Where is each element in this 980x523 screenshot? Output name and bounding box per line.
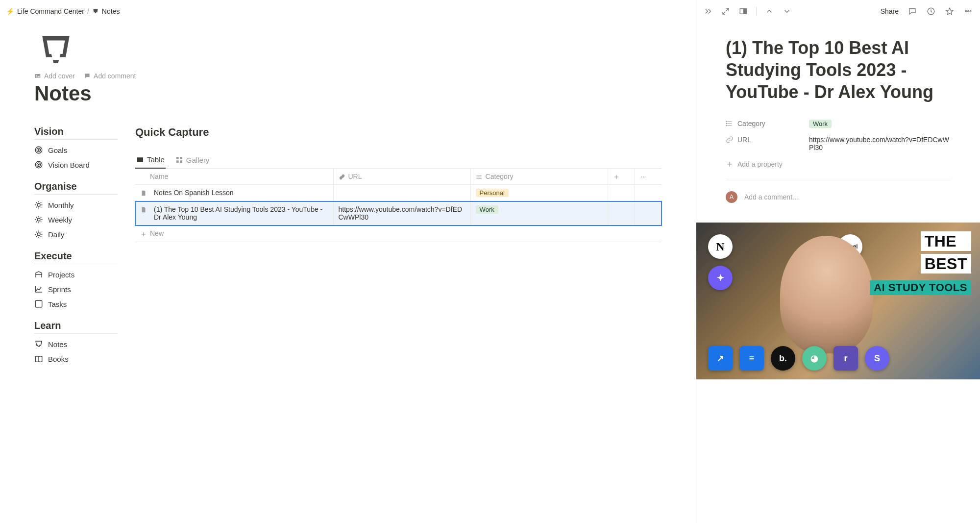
property-label: Category xyxy=(737,120,765,127)
add-cover-label: Add cover xyxy=(44,72,75,80)
new-row-button[interactable]: New xyxy=(135,225,662,242)
svg-point-19 xyxy=(641,176,642,177)
thumb-text-line1: THE xyxy=(921,231,971,251)
nav-section-vision: Vision xyxy=(34,126,118,140)
collapse-panel-icon[interactable] xyxy=(703,6,713,16)
more-icon[interactable] xyxy=(963,6,973,16)
nav-item-notes[interactable]: Notes xyxy=(34,337,118,351)
app-icon: ◕ xyxy=(802,346,827,371)
nav-label: Sprints xyxy=(48,285,71,294)
quick-capture-table: Name URL Category xyxy=(135,169,662,242)
nav-item-books[interactable]: Books xyxy=(34,351,118,366)
add-comment-label: Add comment xyxy=(94,72,136,80)
sun-icon xyxy=(34,215,43,224)
target-icon xyxy=(34,160,43,169)
target-icon xyxy=(34,146,43,154)
svg-point-8 xyxy=(37,203,40,206)
tab-label: Table xyxy=(147,155,165,164)
nav-item-weekly[interactable]: Weekly xyxy=(34,212,118,227)
notion-logo-icon: N xyxy=(708,234,733,259)
detail-title[interactable]: (1) The Top 10 Best AI Studying Tools 20… xyxy=(726,37,951,103)
inbox-icon xyxy=(34,340,43,349)
svg-rect-14 xyxy=(176,160,179,163)
svg-point-28 xyxy=(726,121,727,122)
chart-line-icon xyxy=(34,285,43,294)
table-row[interactable]: Notes On Spanish Lesson Personal xyxy=(135,185,662,201)
prev-record-icon[interactable] xyxy=(764,6,774,16)
svg-point-9 xyxy=(37,218,40,221)
section-title-quick-capture: Quick Capture xyxy=(135,126,662,139)
nav-label: Goals xyxy=(48,146,67,154)
breadcrumb-parent[interactable]: Life Command Center xyxy=(17,7,84,15)
property-value-category[interactable]: Work xyxy=(809,120,832,128)
expand-fullpage-icon[interactable] xyxy=(721,6,731,16)
add-cover-button[interactable]: Add cover xyxy=(34,72,75,80)
svg-rect-13 xyxy=(180,157,182,159)
column-header-category[interactable]: Category xyxy=(470,169,608,185)
page-title[interactable]: Notes xyxy=(34,82,662,105)
svg-rect-23 xyxy=(743,8,747,14)
svg-rect-12 xyxy=(176,157,179,159)
property-label: URL xyxy=(737,136,751,144)
app-icon: ✦ xyxy=(708,266,733,290)
comment-placeholder[interactable]: Add a comment... xyxy=(744,193,798,201)
add-property-button[interactable]: Add a property xyxy=(726,155,951,173)
nav-item-daily[interactable]: Daily xyxy=(34,227,118,242)
svg-point-21 xyxy=(645,176,646,177)
add-column-button[interactable] xyxy=(608,169,635,185)
nav-label: Notes xyxy=(48,340,67,349)
nav-item-goals[interactable]: Goals xyxy=(34,143,118,157)
nav-label: Monthly xyxy=(48,201,74,209)
tab-gallery[interactable]: Gallery xyxy=(174,152,211,168)
page-icon-inbox[interactable] xyxy=(34,32,77,67)
breadcrumb-current[interactable]: Notes xyxy=(102,7,120,15)
nav-item-sprints[interactable]: Sprints xyxy=(34,282,118,297)
cell-name: (1) The Top 10 Best AI Studying Tools 20… xyxy=(154,205,328,221)
property-value-url[interactable]: https://www.youtube.com/watch?v=DfEDCwWP… xyxy=(809,136,951,151)
svg-point-1 xyxy=(36,75,37,76)
inbox-icon xyxy=(92,8,99,15)
video-thumbnail[interactable]: N ✦ genei Otter THE BEST AI STUDY TOOLS … xyxy=(696,223,980,379)
cell-url[interactable] xyxy=(333,185,470,201)
table-row[interactable]: (1) The Top 10 Best AI Studying Tools 20… xyxy=(135,201,662,225)
favorite-icon[interactable] xyxy=(945,6,955,16)
property-row-category[interactable]: Category Work xyxy=(726,116,951,132)
comments-icon[interactable] xyxy=(907,6,917,16)
book-icon xyxy=(34,354,43,363)
cell-url[interactable]: https://www.youtube.com/watch?v=DfEDCwWP… xyxy=(333,201,470,225)
svg-point-16 xyxy=(476,175,476,175)
nav-item-projects[interactable]: Projects xyxy=(34,267,118,282)
nav-item-tasks[interactable]: Tasks xyxy=(34,297,118,311)
column-header-url[interactable]: URL xyxy=(333,169,470,185)
app-icon: ≡ xyxy=(739,346,764,371)
column-menu-button[interactable] xyxy=(635,169,662,185)
updates-icon[interactable] xyxy=(926,6,936,16)
separator xyxy=(756,7,757,16)
cell-category[interactable]: Work xyxy=(470,201,608,225)
cell-category[interactable]: Personal xyxy=(470,185,608,201)
next-record-icon[interactable] xyxy=(782,6,792,16)
nav-item-monthly[interactable]: Monthly xyxy=(34,198,118,212)
column-header-name[interactable]: Name xyxy=(135,169,333,185)
avatar: A xyxy=(726,191,737,203)
peek-mode-icon[interactable] xyxy=(738,6,748,16)
nav-item-vision-board[interactable]: Vision Board xyxy=(34,157,118,172)
sun-icon xyxy=(34,230,43,239)
comment-input-row[interactable]: A Add a comment... xyxy=(726,187,951,213)
nav-label: Tasks xyxy=(48,300,67,308)
svg-rect-15 xyxy=(180,160,182,163)
thumb-banner: AI STUDY TOOLS xyxy=(870,280,971,295)
app-icon: ↗ xyxy=(708,346,733,371)
tab-table[interactable]: Table xyxy=(135,152,166,169)
svg-point-4 xyxy=(38,149,39,150)
app-icon: r xyxy=(833,346,858,371)
share-button[interactable]: Share xyxy=(881,7,899,15)
add-comment-button[interactable]: Add comment xyxy=(84,72,136,80)
app-icon: S xyxy=(865,346,889,371)
nav-section-organise: Organise xyxy=(34,181,118,195)
construction-icon xyxy=(34,270,43,279)
svg-point-30 xyxy=(726,125,727,125)
svg-point-7 xyxy=(38,164,39,165)
svg-point-25 xyxy=(965,10,967,12)
property-row-url[interactable]: URL https://www.youtube.com/watch?v=DfED… xyxy=(726,132,951,155)
